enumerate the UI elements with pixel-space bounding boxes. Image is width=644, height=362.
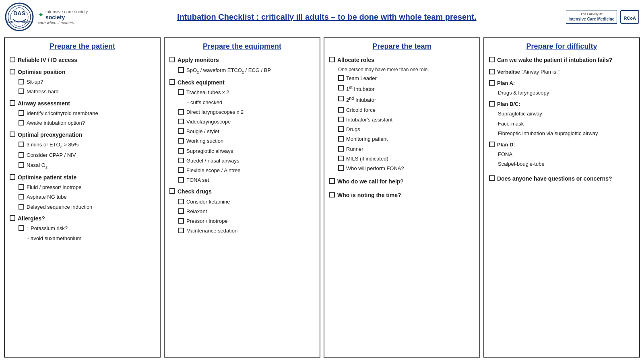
checkbox[interactable] bbox=[169, 79, 175, 85]
list-item[interactable]: Runner bbox=[338, 146, 475, 153]
checkbox[interactable] bbox=[169, 188, 175, 194]
list-item[interactable]: Optimise position bbox=[10, 68, 155, 76]
checkbox[interactable] bbox=[489, 57, 495, 62]
list-item[interactable]: Relaxant bbox=[178, 208, 315, 215]
checkbox[interactable] bbox=[338, 107, 344, 113]
checkbox[interactable] bbox=[10, 132, 15, 137]
list-item[interactable]: Working suction bbox=[178, 138, 315, 145]
list-item[interactable]: Reliable IV / IO access bbox=[10, 56, 155, 64]
list-item[interactable]: Verbalise "Airway Plan is:" bbox=[489, 68, 634, 76]
list-item[interactable]: FONA set bbox=[178, 177, 315, 184]
checkbox[interactable] bbox=[178, 199, 184, 204]
list-item[interactable]: Sit-up? bbox=[19, 78, 155, 86]
list-item[interactable]: Optimal preoxygenation bbox=[10, 131, 155, 139]
checkbox[interactable] bbox=[19, 152, 24, 158]
checkbox[interactable] bbox=[19, 79, 24, 84]
list-item[interactable]: MILS (if indicated) bbox=[338, 155, 475, 162]
checkbox[interactable] bbox=[10, 57, 15, 62]
checkbox[interactable] bbox=[489, 69, 495, 74]
checkbox[interactable] bbox=[19, 88, 24, 94]
list-item[interactable]: Delayed sequence induction bbox=[19, 204, 155, 211]
checkbox[interactable] bbox=[338, 85, 344, 90]
list-item[interactable]: Who do we call for help? bbox=[329, 178, 475, 186]
checkbox[interactable] bbox=[178, 228, 184, 233]
list-item[interactable]: Direct laryngoscopes x 2 bbox=[178, 109, 315, 116]
list-item[interactable]: Awake intubation option? bbox=[19, 119, 155, 127]
checkbox[interactable] bbox=[10, 174, 15, 180]
checkbox[interactable] bbox=[489, 142, 495, 147]
checkbox[interactable] bbox=[338, 96, 344, 101]
checkbox[interactable] bbox=[489, 80, 495, 86]
checkbox[interactable] bbox=[19, 110, 24, 116]
list-item[interactable]: Check equipment bbox=[169, 79, 315, 87]
checkbox[interactable] bbox=[338, 117, 344, 122]
list-item[interactable]: SpO2 / waveform ETCO2 / ECG / BP bbox=[178, 67, 315, 75]
checkbox[interactable] bbox=[178, 218, 184, 224]
checkbox[interactable] bbox=[178, 177, 184, 183]
checkbox[interactable] bbox=[19, 204, 24, 210]
checkbox[interactable] bbox=[338, 156, 344, 161]
list-item[interactable]: Fluid / pressor/ inotrope bbox=[19, 184, 155, 191]
checkbox[interactable] bbox=[178, 119, 184, 124]
checkbox[interactable] bbox=[178, 89, 184, 95]
list-item[interactable]: Does anyone have questions or concerns? bbox=[489, 175, 634, 183]
list-item[interactable]: Consider ketamine bbox=[178, 198, 315, 206]
checkbox[interactable] bbox=[338, 165, 344, 171]
list-item[interactable]: Plan A: bbox=[489, 80, 634, 87]
list-item[interactable]: Allocate roles bbox=[329, 56, 475, 64]
checkbox[interactable] bbox=[19, 194, 24, 200]
list-item[interactable]: Check drugs bbox=[169, 188, 315, 196]
checkbox[interactable] bbox=[19, 120, 24, 125]
checkbox[interactable] bbox=[19, 225, 24, 231]
list-item[interactable]: Cricoid force bbox=[338, 107, 475, 114]
list-item[interactable]: Intubator's assistant bbox=[338, 116, 475, 123]
list-item[interactable]: Videolaryngoscope bbox=[178, 118, 315, 125]
list-item[interactable]: Guedel / nasal airways bbox=[178, 157, 315, 165]
list-item[interactable]: Nasal O2 bbox=[19, 162, 155, 170]
list-item[interactable]: Allergies? bbox=[10, 215, 155, 223]
list-item[interactable]: 2nd Intubator bbox=[338, 95, 475, 104]
list-item[interactable]: Identify cricothyroid membrane bbox=[19, 110, 155, 117]
checkbox[interactable] bbox=[19, 184, 24, 190]
list-item[interactable]: 3 mins or ETO2 > 85% bbox=[19, 141, 155, 149]
checkbox[interactable] bbox=[169, 57, 175, 62]
list-item[interactable]: Supraglottic airways bbox=[178, 148, 315, 155]
list-item[interactable]: ↑ Potassium risk? bbox=[19, 225, 155, 232]
checkbox[interactable] bbox=[329, 192, 335, 197]
checkbox[interactable] bbox=[338, 146, 344, 152]
list-item[interactable]: Team Leader bbox=[338, 75, 475, 82]
list-item[interactable]: Maintenance sedation bbox=[178, 227, 315, 234]
checkbox[interactable] bbox=[489, 101, 495, 107]
checkbox[interactable] bbox=[178, 138, 184, 144]
checkbox[interactable] bbox=[178, 148, 184, 154]
list-item[interactable]: Apply monitors bbox=[169, 56, 315, 64]
checkbox[interactable] bbox=[178, 158, 184, 163]
list-item[interactable]: Plan B/C: bbox=[489, 101, 634, 108]
list-item[interactable]: Can we wake the patient if intubation fa… bbox=[489, 56, 634, 64]
list-item[interactable]: Mattress hard bbox=[19, 88, 155, 95]
list-item[interactable]: 1st Intubator bbox=[338, 84, 475, 93]
checkbox[interactable] bbox=[489, 175, 495, 181]
checkbox[interactable] bbox=[10, 100, 15, 106]
list-item[interactable]: Aspirate NG tube bbox=[19, 193, 155, 201]
checkbox[interactable] bbox=[178, 67, 184, 73]
checkbox[interactable] bbox=[338, 126, 344, 132]
list-item[interactable]: Consider CPAP / NIV bbox=[19, 152, 155, 159]
list-item[interactable]: Who is noting the time? bbox=[329, 191, 475, 200]
checkbox[interactable] bbox=[329, 57, 335, 62]
checkbox[interactable] bbox=[338, 75, 344, 81]
list-item[interactable]: Tracheal tubes x 2 bbox=[178, 89, 315, 96]
checkbox[interactable] bbox=[19, 142, 24, 147]
checkbox[interactable] bbox=[19, 162, 24, 168]
list-item[interactable]: Bougie / stylet bbox=[178, 128, 315, 135]
list-item[interactable]: Flexible scope / Aintree bbox=[178, 167, 315, 174]
list-item[interactable]: Pressor / inotrope bbox=[178, 218, 315, 225]
list-item[interactable]: Airway assessment bbox=[10, 100, 155, 108]
list-item[interactable]: Plan D: bbox=[489, 141, 634, 148]
checkbox[interactable] bbox=[178, 128, 184, 134]
checkbox[interactable] bbox=[329, 178, 335, 184]
list-item[interactable]: Monitoring patient bbox=[338, 136, 475, 143]
list-item[interactable]: Drugs bbox=[338, 126, 475, 133]
list-item[interactable]: Optimise patient state bbox=[10, 174, 155, 182]
checkbox[interactable] bbox=[10, 215, 15, 221]
